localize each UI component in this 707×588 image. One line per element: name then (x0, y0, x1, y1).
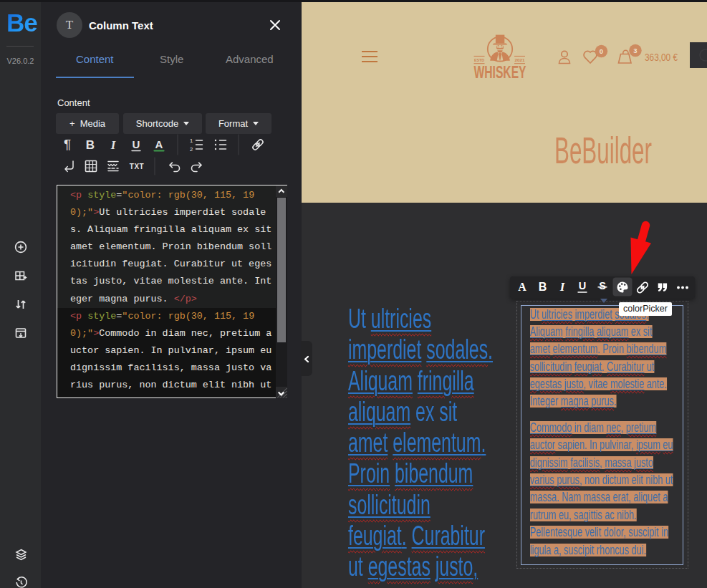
svg-text:363,00 €: 363,00 € (645, 52, 678, 63)
svg-text:A: A (155, 138, 163, 150)
svg-text:2021: 2021 (515, 58, 526, 62)
svg-text:A: A (518, 281, 526, 293)
svg-text:B: B (539, 281, 547, 293)
svg-text:WHISKEY: WHISKEY (474, 62, 526, 81)
svg-text:0: 0 (600, 47, 603, 55)
svg-text:S: S (599, 280, 606, 291)
svg-text:ESTD: ESTD (474, 58, 485, 62)
svg-text:B: B (86, 138, 95, 152)
svg-text:¶: ¶ (64, 137, 71, 152)
svg-text:TXT: TXT (130, 163, 144, 170)
svg-text:I: I (110, 138, 117, 152)
svg-text:3: 3 (633, 47, 637, 54)
svg-text:2: 2 (190, 146, 193, 153)
svg-text:I: I (559, 280, 566, 294)
svg-text:U: U (133, 138, 140, 150)
svg-text:U: U (579, 280, 586, 291)
svg-text:1: 1 (190, 138, 193, 144)
